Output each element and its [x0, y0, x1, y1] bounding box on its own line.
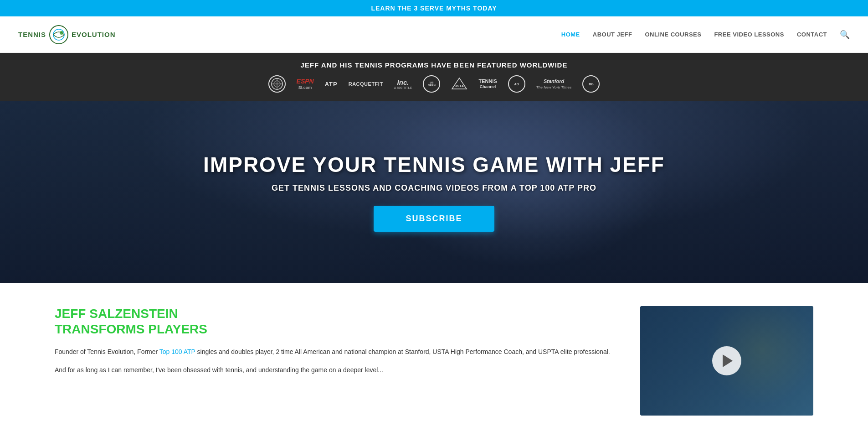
main-nav: HOME ABOUT JEFF ONLINE COURSES FREE VIDE… — [561, 30, 850, 40]
racquetfit-logo: RACQUETFIT — [349, 81, 383, 87]
bio-title-line2: TRANSFORMS PLAYERS — [55, 322, 613, 337]
hero-title: IMPROVE YOUR TENNIS GAME WITH JEFF — [203, 152, 665, 177]
header: TENNIS EVOLUTION HOME ABOUT JEFF ONLINE … — [0, 16, 868, 53]
svg-point-0 — [50, 26, 68, 44]
espn-logo: ESPN SI.com — [297, 78, 314, 90]
video-section — [640, 306, 813, 416]
roland-garros-logo: RG — [582, 75, 600, 93]
nav-contact[interactable]: CONTACT — [797, 31, 827, 38]
hero-content: IMPROVE YOUR TENNIS GAME WITH JEFF GET T… — [194, 143, 674, 241]
australian-open-logo: AO — [508, 75, 525, 93]
hero-section: IMPROVE YOUR TENNIS GAME WITH JEFF GET T… — [0, 101, 868, 283]
bio-text-1: Founder of Tennis Evolution, Former Top … — [55, 347, 613, 358]
highlight-top100: Top 100 ATP — [159, 348, 195, 355]
usopen-logo: US OPEN — [423, 75, 440, 93]
nav-courses[interactable]: ONLINE COURSES — [645, 31, 701, 38]
nav-home[interactable]: HOME — [561, 31, 580, 38]
logos-row: ESPN SI.com ATP RACQUETFIT Inc. A 500 TI… — [9, 75, 859, 93]
nav-videos[interactable]: FREE VIDEO LESSONS — [714, 31, 784, 38]
bio-title: JEFF SALZENSTEIN TRANSFORMS PLAYERS — [55, 306, 613, 337]
search-icon[interactable]: 🔍 — [840, 30, 850, 40]
play-button[interactable] — [712, 346, 741, 375]
logo[interactable]: TENNIS EVOLUTION — [18, 25, 116, 45]
bio-text-2: And for as long as I can remember, I've … — [55, 365, 613, 376]
bio-title-line1: JEFF SALZENSTEIN — [55, 306, 613, 322]
top-banner: LEARN THE 3 SERVE MYTHS TODAY — [0, 0, 868, 16]
nav-about[interactable]: ABOUT JEFF — [593, 31, 632, 38]
banner-text: LEARN THE 3 SERVE MYTHS TODAY — [371, 5, 497, 12]
content-section: JEFF SALZENSTEIN TRANSFORMS PLAYERS Foun… — [0, 283, 868, 438]
inc-logo: Inc. A 500 TITLE — [394, 78, 412, 89]
atp-logo: ATP — [325, 81, 338, 88]
play-icon — [723, 354, 733, 367]
svg-point-1 — [53, 29, 64, 40]
svg-point-2 — [60, 31, 63, 35]
stanford-nyt-logo: Stanford The New York Times — [536, 78, 572, 90]
tennis-channel-logo: Tennis Channel — [478, 78, 497, 90]
logo-tennis: TENNIS — [18, 31, 46, 38]
subscribe-button[interactable]: SUBSCRIBE — [374, 206, 494, 232]
svg-text:USTA: USTA — [455, 84, 464, 88]
featured-bar: JEFF AND HIS TENNIS PROGRAMS HAVE BEEN F… — [0, 53, 868, 101]
wimbledon-logo — [268, 75, 286, 93]
logo-icon — [49, 25, 69, 45]
featured-title: JEFF AND HIS TENNIS PROGRAMS HAVE BEEN F… — [9, 61, 859, 69]
hero-subtitle: GET TENNIS LESSONS AND COACHING VIDEOS F… — [203, 183, 665, 193]
bio-section: JEFF SALZENSTEIN TRANSFORMS PLAYERS Foun… — [55, 306, 613, 376]
video-thumbnail[interactable] — [640, 306, 813, 416]
usta-logo: USTA — [451, 77, 467, 91]
logo-evolution: EVOLUTION — [72, 31, 116, 38]
